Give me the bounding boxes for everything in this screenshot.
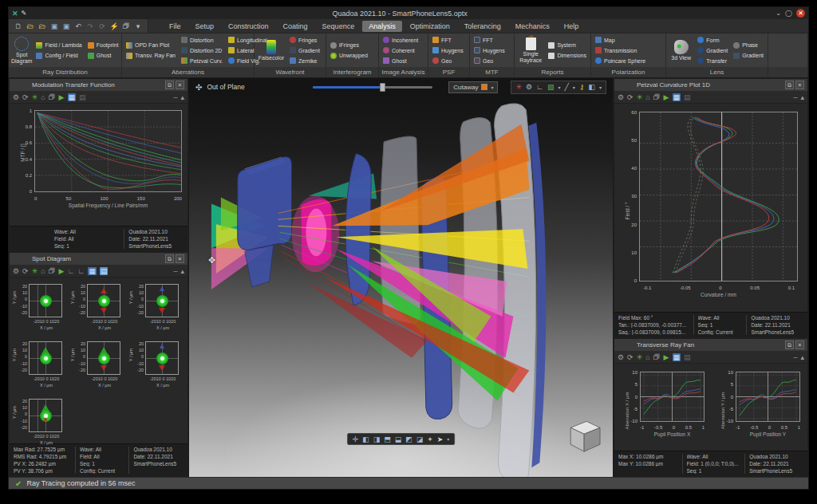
menu-help[interactable]: Help	[558, 21, 586, 32]
close-icon[interactable]: ✕	[795, 341, 804, 349]
slider-knob[interactable]	[380, 83, 385, 92]
restore-icon[interactable]: ⧉	[165, 81, 174, 89]
chevron-down-icon[interactable]: ▾	[573, 85, 575, 90]
3d-view-button[interactable]: 3d View	[669, 40, 693, 61]
pin-icon[interactable]: ▴	[800, 93, 804, 101]
maximize-icon[interactable]: ◯	[783, 10, 794, 17]
export-icon[interactable]: ▶	[59, 93, 65, 101]
menu-tolerancing[interactable]: Tolerancing	[458, 21, 507, 32]
falsecolor-button[interactable]: Falsecolor	[257, 40, 286, 61]
lens-phase-button[interactable]: Phase	[732, 41, 765, 50]
cutaway-color-swatch[interactable]	[481, 84, 487, 90]
table-view-icon[interactable]: ▦	[673, 93, 681, 101]
zernike-button[interactable]: Zernike	[288, 56, 322, 65]
cutaway-slider[interactable]	[313, 86, 432, 89]
back-view-icon[interactable]: ◩	[405, 435, 412, 443]
refresh-icon[interactable]: ⟳	[22, 93, 29, 101]
home-icon[interactable]: ⌂	[41, 93, 45, 101]
cutaway-dropdown[interactable]: Cutaway ▾	[448, 81, 498, 93]
front-view-icon[interactable]: ◨	[373, 435, 381, 443]
menu-optimization[interactable]: Optimization	[404, 21, 456, 32]
import-file-icon[interactable]: 🗁	[37, 22, 47, 30]
save-icon[interactable]: ▣	[49, 22, 59, 30]
spot-diagram-button[interactable]: Spot Diagram	[11, 37, 32, 64]
pin-icon[interactable]: ▴	[180, 267, 184, 275]
spot-mini-plot-7[interactable]: Y / µm 20 10 0 -10 -20 -2010 0 1020 X / …	[11, 396, 69, 452]
spot-mini-plot-1[interactable]: Y / µm 20 10 0 -10 -20 -2010 0 1020 X / …	[11, 281, 69, 337]
copy-icon[interactable]: 🗇	[653, 93, 661, 101]
lens-form-button[interactable]: Form	[696, 35, 729, 45]
table-view-icon[interactable]: ▦	[673, 353, 681, 361]
field-lambda-button[interactable]: Field / Lambda	[34, 41, 83, 50]
cube-view-icon[interactable]: ◧	[588, 83, 595, 91]
pin-icon[interactable]: ▴	[800, 353, 804, 361]
distortion-button[interactable]: Distortion	[180, 35, 224, 45]
close-icon[interactable]: ✕	[176, 81, 184, 89]
spot-mini-plot-4[interactable]: Y / µm 20 10 0 -10 -20 -2010 0 1020 X / …	[11, 338, 69, 395]
spot-panel-titlebar[interactable]: Spot Diagram ⧉ ✕	[10, 253, 187, 265]
settings-icon[interactable]: ⚙	[618, 93, 624, 101]
menu-analysis[interactable]: Analysis	[362, 21, 402, 32]
mtf-panel-titlebar[interactable]: Modulation Transfer Function ⧉ ✕	[10, 79, 187, 91]
lens-gradient2-button[interactable]: Gradient	[732, 51, 765, 61]
lens-transfer-button[interactable]: Transfer	[696, 56, 729, 65]
psf-geo-button[interactable]: Geo	[431, 56, 465, 65]
ia-ghost-button[interactable]: Ghost	[381, 56, 420, 65]
history-icon[interactable]: ⟳	[97, 22, 107, 30]
chevron-down-icon[interactable]: ▾	[599, 85, 602, 90]
wf-gradient-button[interactable]: Gradient	[288, 45, 322, 55]
rayfan-panel-titlebar[interactable]: Transverse Ray Fan ⧉ ✕	[614, 339, 807, 351]
new-file-icon[interactable]: 🗋	[14, 22, 23, 30]
menu-setup[interactable]: Setup	[189, 21, 221, 32]
menu-mechanics[interactable]: Mechanics	[509, 21, 556, 32]
export-icon[interactable]: ▶	[664, 353, 669, 361]
save-as-icon[interactable]: ▣	[61, 22, 71, 30]
dimensions-button[interactable]: Dimensions	[547, 51, 588, 61]
minimize-icon[interactable]: –	[793, 353, 797, 361]
menu-sequence[interactable]: Sequence	[316, 21, 361, 32]
axes-icon[interactable]: ∟	[68, 267, 75, 275]
petzval-curv-button[interactable]: Petzval Curv.	[180, 56, 224, 65]
poincare-sphere-button[interactable]: Poincare Sphere	[594, 56, 647, 65]
color-mode-icon[interactable]: ▧	[547, 83, 555, 91]
mtf-huygens-button[interactable]: Huygens	[472, 45, 507, 55]
trace-icon[interactable]: ✳	[32, 93, 38, 101]
grid-view-icon[interactable]: ▦	[88, 267, 97, 275]
refresh-icon[interactable]: ⟳	[627, 353, 633, 361]
list-view-icon[interactable]: ▤	[100, 267, 109, 275]
restore-icon[interactable]: ⧉	[785, 341, 794, 349]
trace-icon[interactable]: ✳	[637, 353, 643, 361]
open-file-icon[interactable]: 🗁	[26, 22, 35, 30]
copy-icon[interactable]: 🗇	[121, 22, 131, 30]
more-dropdown-icon[interactable]: ▾	[133, 22, 143, 30]
home-icon[interactable]: ⌂	[645, 93, 649, 101]
rayfan-x-plot-area[interactable]	[640, 372, 705, 422]
list-view-icon[interactable]: ▤	[684, 353, 691, 361]
rayfan-y-plot-area[interactable]	[736, 372, 800, 422]
footprint-button[interactable]: Footprint	[86, 41, 120, 50]
spot-mini-plot-6[interactable]: Y / µm 20 10 0 -10 -20 -2010 0 1020 X / …	[128, 338, 186, 395]
petzval-panel-titlebar[interactable]: Petzval Curvature Plot 1D ⧉ ✕	[614, 79, 807, 91]
run-raytrace-icon[interactable]: ⚡	[109, 22, 119, 30]
menu-construction[interactable]: Construction	[222, 21, 275, 32]
config-field-button[interactable]: Config / Field	[34, 51, 83, 61]
title-bar[interactable]: ✕ ✎ Quadoa 2021.10 - SmartPhoneLens5.opt…	[9, 7, 808, 19]
compass-icon[interactable]: ✦	[427, 435, 433, 443]
ghost-button[interactable]: Ghost	[86, 51, 120, 61]
refresh-icon[interactable]: ⟳	[627, 93, 633, 101]
transv-ray-fan-button[interactable]: Transv. Ray Fan	[124, 51, 177, 61]
coherent-button[interactable]: Coherent	[381, 45, 420, 55]
lens-gradient-button[interactable]: Gradient	[696, 45, 729, 55]
mtf-geo-button[interactable]: Geo	[472, 56, 507, 65]
copy-icon[interactable]: 🗇	[49, 93, 56, 101]
iso-view-icon[interactable]: ◧	[362, 435, 369, 443]
mtf-fft-button[interactable]: FFT	[472, 35, 507, 45]
bottom-view-icon[interactable]: ◪	[416, 435, 424, 443]
spot-mini-plot-3[interactable]: Y / µm 20 10 0 -10 -20 -2010 0 1020 X / …	[128, 281, 186, 337]
viewport-3d[interactable]: ✣ Out of Plane Cutaway ▾ ✳ ⚙ ∟ ▧▾ ╱▾	[188, 78, 614, 477]
spot-mini-plot-2[interactable]: Y / µm 20 10 0 -10 -20 -2010 0 1020 X / …	[69, 281, 128, 337]
table-view-icon[interactable]: ▦	[68, 93, 77, 101]
distortion-2d-button[interactable]: Distortion 2D	[180, 45, 224, 55]
export-icon[interactable]: ▶	[59, 267, 65, 275]
rays-toggle-icon[interactable]: ✳	[515, 83, 522, 91]
